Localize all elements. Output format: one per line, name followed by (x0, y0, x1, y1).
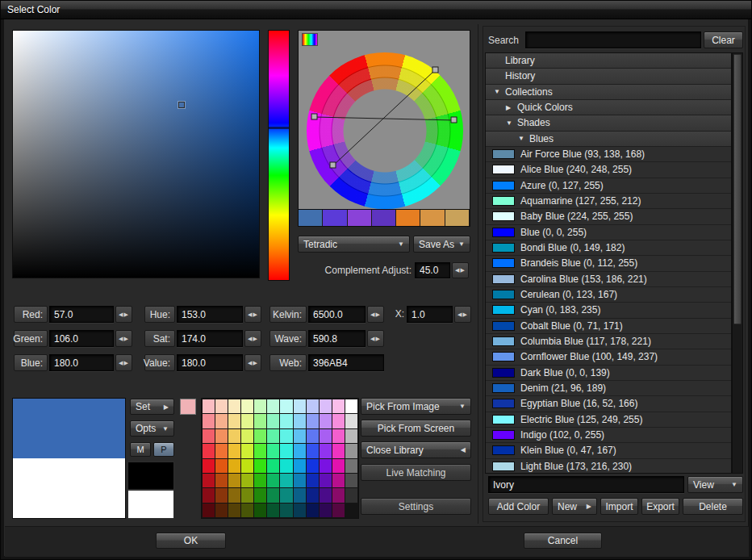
palette-cell[interactable] (332, 504, 345, 517)
x-input[interactable] (407, 306, 453, 323)
expanded-arrow-icon[interactable]: ▼ (494, 88, 505, 95)
palette-cell[interactable] (294, 444, 306, 458)
palette-cell[interactable] (332, 488, 345, 502)
set-button[interactable]: Set ▶ (130, 399, 174, 415)
palette-cell[interactable] (241, 459, 253, 473)
color-list-item[interactable]: Cobalt Blue (0, 71, 171) (486, 319, 731, 334)
palette-cell[interactable] (280, 444, 292, 458)
color-list-item[interactable]: Baby Blue (224, 255, 255) (486, 209, 731, 224)
wave-input[interactable] (308, 330, 366, 347)
palette-cell[interactable] (254, 459, 266, 473)
palette-cell[interactable] (280, 414, 292, 428)
tree-item[interactable]: ▼Collections (486, 85, 731, 100)
harmony-swatch[interactable] (323, 210, 347, 226)
palette-cell[interactable] (307, 459, 319, 473)
wave-stepper[interactable]: ◀▶ (367, 330, 384, 347)
value-label[interactable]: Value: (144, 354, 175, 371)
search-input[interactable] (525, 31, 701, 48)
tree-item[interactable]: ▼Shades (486, 115, 731, 131)
saturation-value-picker[interactable] (12, 30, 260, 278)
color-wheel-panel[interactable] (298, 30, 470, 209)
color-list-item[interactable]: Azure (0, 127, 255) (486, 178, 731, 194)
kelvin-label[interactable]: Kelvin: (269, 306, 307, 323)
palette-cell[interactable] (307, 429, 319, 443)
palette-cell[interactable] (267, 429, 279, 443)
red-label[interactable]: Red: (14, 306, 48, 323)
kelvin-input[interactable] (308, 306, 366, 323)
palette-cell[interactable] (345, 459, 357, 473)
sv-marker[interactable] (178, 102, 185, 108)
palette-cell[interactable] (215, 444, 228, 458)
cancel-button[interactable]: Cancel (524, 533, 602, 549)
color-list-item[interactable]: Indigo (102, 0, 255) (486, 428, 731, 443)
green-label[interactable]: Green: (14, 330, 48, 347)
palette-cell[interactable] (267, 504, 279, 517)
palette-cell[interactable] (332, 414, 345, 428)
pick-from-screen-button[interactable]: Pick From Screen (361, 420, 471, 437)
complement-adjust-stepper[interactable]: ◀▶ (452, 262, 469, 278)
recent-swatch[interactable] (180, 399, 196, 415)
red-input[interactable] (49, 306, 114, 323)
color-list-item[interactable]: Cyan (0, 183, 235) (486, 303, 731, 318)
color-list-item[interactable]: Dark Blue (0, 0, 139) (486, 366, 731, 381)
palette-cell[interactable] (267, 399, 279, 413)
color-list-item[interactable]: Air Force Blue (93, 138, 168) (486, 147, 731, 162)
palette-cell[interactable] (254, 504, 266, 517)
palette-cell[interactable] (228, 399, 240, 413)
palette-cell[interactable] (294, 429, 306, 443)
palette-cell[interactable] (320, 504, 332, 517)
sat-input[interactable] (177, 330, 243, 347)
blue-label[interactable]: Blue: (14, 354, 48, 371)
palette-cell[interactable] (294, 399, 306, 413)
expanded-arrow-icon[interactable]: ▼ (518, 135, 529, 142)
hue-marker[interactable] (269, 127, 289, 129)
palette-cell[interactable] (267, 444, 279, 458)
palette-cell[interactable] (215, 459, 228, 473)
harmony-swatch[interactable] (396, 210, 420, 226)
palette-cell[interactable] (203, 459, 215, 473)
palette-cell[interactable] (294, 414, 306, 428)
palette-cell[interactable] (307, 504, 319, 517)
palette-cell[interactable] (267, 474, 279, 487)
hue-input[interactable] (177, 306, 243, 323)
clear-button[interactable]: Clear (704, 31, 743, 48)
color-list-item[interactable]: Klein Blue (0, 47, 167) (486, 443, 731, 458)
palette-cell[interactable] (228, 414, 240, 428)
harmony-handles[interactable] (299, 31, 471, 210)
palette-cell[interactable] (241, 414, 253, 428)
palette-cell[interactable] (345, 399, 357, 413)
palette-cell[interactable] (267, 459, 279, 473)
tree-item[interactable]: History (486, 69, 731, 84)
color-list-item[interactable]: Aquamarine (127, 255, 212) (486, 194, 731, 209)
palette-cell[interactable] (320, 459, 332, 473)
color-list-item[interactable]: Brandeis Blue (0, 112, 255) (486, 256, 731, 271)
harmony-swatch[interactable] (445, 210, 470, 226)
color-list-item[interactable]: Electric Blue (125, 249, 255) (486, 412, 731, 428)
color-list-item[interactable]: Alice Blue (240, 248, 255) (486, 162, 731, 178)
palette-cell[interactable] (280, 474, 292, 487)
color-list-item[interactable]: Cerulean (0, 123, 167) (486, 287, 731, 303)
scrollbar-thumb[interactable] (733, 54, 742, 324)
palette-cell[interactable] (307, 474, 319, 487)
palette-cell[interactable] (332, 399, 345, 413)
blue-input[interactable] (49, 354, 114, 371)
palette-cell[interactable] (280, 504, 292, 517)
color-list-item[interactable]: Bondi Blue (0, 149, 182) (486, 240, 731, 256)
x-stepper[interactable]: ◀▶ (454, 306, 471, 323)
palette-cell[interactable] (215, 429, 228, 443)
delete-button[interactable]: Delete (683, 498, 743, 515)
palette-cell[interactable] (345, 444, 357, 458)
palette-cell[interactable] (280, 459, 292, 473)
web-input[interactable] (308, 354, 384, 371)
hue-label[interactable]: Hue: (144, 306, 175, 323)
palette-cell[interactable] (280, 399, 292, 413)
color-list-item[interactable]: Carolina Blue (153, 186, 221) (486, 272, 731, 287)
palette-cell[interactable] (254, 488, 266, 502)
palette-cell[interactable] (320, 429, 332, 443)
kelvin-stepper[interactable]: ◀▶ (367, 306, 384, 323)
palette-cell[interactable] (228, 488, 240, 502)
tree-item[interactable]: ▶Quick Colors (486, 100, 731, 115)
pick-from-image-button[interactable]: Pick From Image ▼ (361, 398, 471, 415)
palette-cell[interactable] (215, 504, 228, 517)
color-list-item[interactable]: Denim (21, 96, 189) (486, 381, 731, 396)
